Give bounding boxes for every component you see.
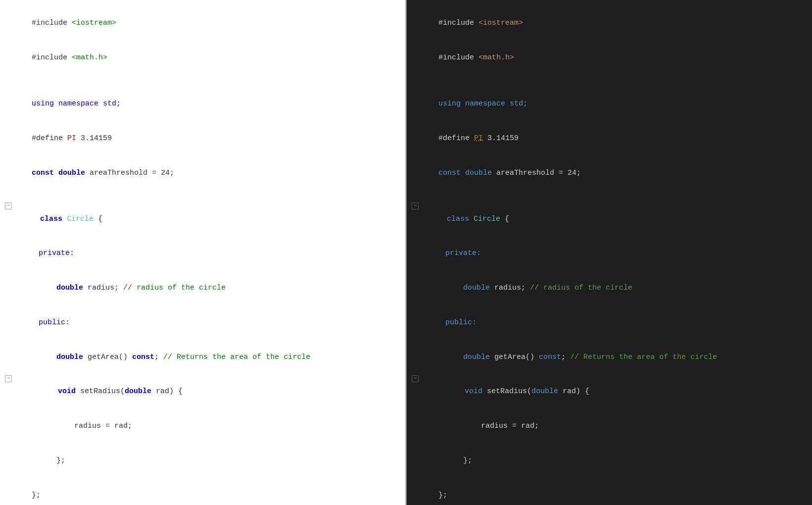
d-line-2: #include <math.h> xyxy=(412,41,812,75)
line-radius-assign: radius = rad; xyxy=(5,409,405,444)
line-close-class: }; xyxy=(5,478,405,505)
line-setradius: − void setRadius(double rad) { xyxy=(5,374,405,409)
d-line-1: #include <iostream> xyxy=(412,6,812,41)
line-const: const double areaThreshold = 24; xyxy=(5,155,405,190)
d-line-public: public: xyxy=(412,305,812,340)
d-line-define: #define PI 3.14159 xyxy=(412,121,812,156)
fold-icon-class[interactable]: − xyxy=(5,202,12,209)
d-line-radius-assign: radius = rad; xyxy=(412,409,812,444)
d-line-close-setradius: }; xyxy=(412,444,812,478)
line-using: using namespace std; xyxy=(5,87,405,121)
d-line-close-class: }; xyxy=(412,478,812,505)
dark-code-panel: #include <iostream> #include <math.h> us… xyxy=(407,0,812,505)
line-class-circle: − class Circle { xyxy=(5,202,405,236)
empty-line xyxy=(5,75,405,87)
line-close-setradius: }; xyxy=(5,444,405,478)
d-line-setradius: − void setRadius(double rad) { xyxy=(412,374,812,409)
d-line-using: using namespace std; xyxy=(412,87,812,121)
empty-line xyxy=(5,190,405,202)
line-define: #define PI 3.14159 xyxy=(5,121,405,156)
line-radius: double radius; // radius of the circle xyxy=(5,271,405,305)
d-fold-icon-setradius[interactable]: − xyxy=(412,375,419,382)
d-line-getarea-decl: double getArea() const; // Returns the a… xyxy=(412,340,812,374)
line-private: private: xyxy=(5,236,405,271)
d-line-const: const double areaThreshold = 24; xyxy=(412,155,812,190)
line-1: #include <iostream> xyxy=(5,6,405,41)
d-fold-icon-class[interactable]: − xyxy=(412,202,419,209)
line-public: public: xyxy=(5,305,405,340)
d-empty-line xyxy=(412,75,812,87)
d-line-private: private: xyxy=(412,236,812,271)
line-2: #include <math.h> xyxy=(5,41,405,75)
d-line-radius: double radius; // radius of the circle xyxy=(412,271,812,305)
d-empty-line xyxy=(412,190,812,202)
light-code-panel: #include <iostream> #include <math.h> us… xyxy=(0,0,406,505)
line-getarea-decl: double getArea() const; // Returns the a… xyxy=(5,340,405,374)
d-line-class-circle: − class Circle { xyxy=(412,202,812,236)
fold-icon-setradius[interactable]: − xyxy=(5,375,12,382)
